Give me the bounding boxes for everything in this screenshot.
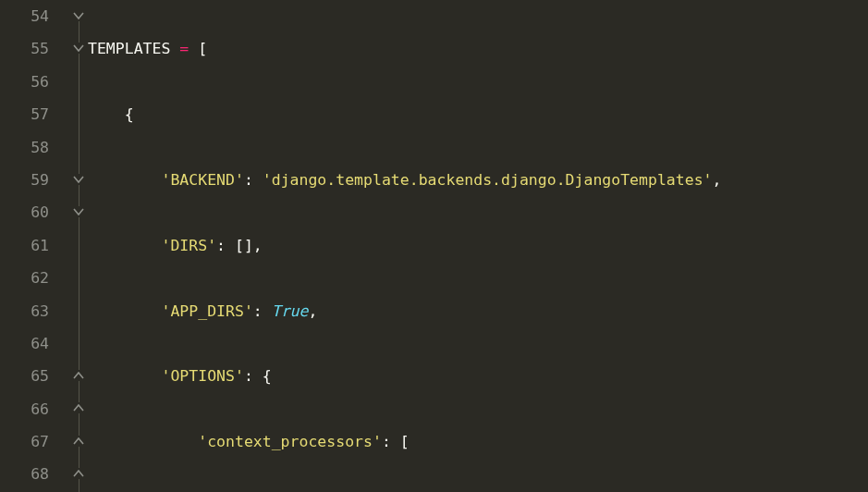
code-line[interactable]: 'OPTIONS': { — [88, 360, 868, 392]
token-indent — [88, 302, 161, 320]
token-colon: : — [253, 302, 272, 320]
fold-gutter — [58, 0, 88, 492]
token-string: 'django.template.backends.django.DjangoT… — [263, 171, 713, 189]
code-line[interactable]: TEMPLATES = [ — [88, 32, 868, 65]
line-number: 54 — [0, 0, 49, 32]
line-number: 59 — [0, 164, 49, 196]
token-colon: : — [244, 367, 263, 385]
token-colon: : — [216, 237, 235, 254]
code-line[interactable]: 'DIRS': [], — [88, 229, 868, 262]
fold-open-icon[interactable] — [73, 206, 84, 217]
line-number: 67 — [0, 425, 49, 458]
line-number-gutter: 54 55 56 57 58 59 60 61 62 63 64 65 66 6… — [0, 0, 58, 492]
line-number: 62 — [0, 262, 49, 294]
code-line[interactable]: 'context_processors': [ — [88, 425, 868, 458]
line-number: 60 — [0, 196, 49, 228]
line-number: 63 — [0, 295, 49, 327]
line-number: 61 — [0, 229, 49, 262]
token-string-key: 'context_processors' — [198, 433, 382, 450]
token-comma: , — [253, 237, 263, 254]
token-string-key: 'DIRS' — [161, 237, 216, 254]
token-bracket: [ — [198, 40, 207, 57]
line-number: 57 — [0, 98, 49, 130]
token-indent — [88, 171, 161, 189]
token-bracket: [ — [400, 433, 410, 450]
token-keyword: True — [272, 302, 309, 320]
fold-close-icon[interactable] — [73, 402, 84, 413]
token-string-key: 'APP_DIRS' — [161, 302, 252, 320]
fold-open-icon[interactable] — [73, 174, 84, 185]
fold-guide-line — [79, 16, 79, 492]
token-operator: = — [170, 40, 198, 57]
code-editor[interactable]: TEMPLATES = [ { 'BACKEND': 'django.templ… — [88, 0, 868, 492]
line-number: 56 — [0, 66, 49, 98]
fold-open-icon[interactable] — [73, 10, 84, 21]
code-line[interactable]: 'APP_DIRS': True, — [88, 295, 868, 327]
fold-open-icon[interactable] — [73, 43, 84, 54]
token-colon: : — [244, 171, 263, 189]
line-number: 58 — [0, 131, 49, 164]
code-line[interactable]: 'BACKEND': 'django.template.backends.dja… — [88, 164, 868, 196]
line-number: 66 — [0, 393, 49, 425]
token-string-key: 'BACKEND' — [161, 171, 243, 189]
code-line[interactable]: { — [88, 98, 868, 130]
token-identifier: TEMPLATES — [88, 40, 170, 57]
token-bracket: { — [125, 105, 134, 123]
token-comma: , — [713, 171, 722, 189]
token-indent — [88, 433, 198, 450]
line-number: 68 — [0, 458, 49, 490]
token-string-key: 'OPTIONS' — [161, 367, 243, 385]
fold-close-icon[interactable] — [73, 436, 84, 447]
line-number: 55 — [0, 32, 49, 65]
token-colon: : — [382, 433, 400, 450]
fold-close-icon[interactable] — [73, 468, 84, 479]
token-indent — [88, 105, 125, 123]
line-number: 65 — [0, 360, 49, 392]
token-bracket: { — [263, 367, 272, 385]
line-number: 64 — [0, 327, 49, 360]
token-comma: , — [308, 302, 317, 320]
token-bracket: [] — [235, 237, 253, 254]
token-indent — [88, 237, 161, 254]
fold-close-icon[interactable] — [73, 370, 84, 381]
token-indent — [88, 367, 161, 385]
